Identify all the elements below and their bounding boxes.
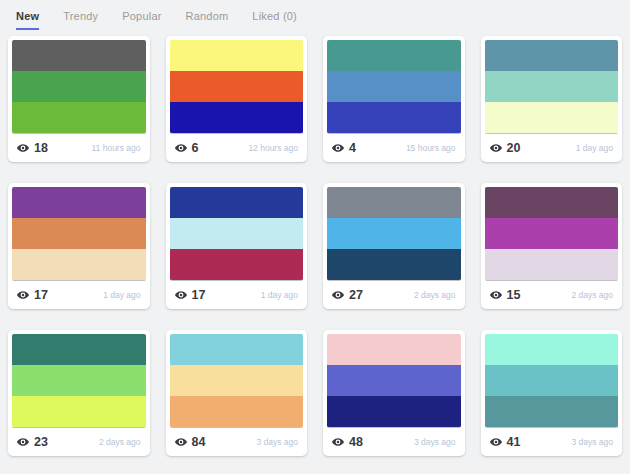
color-stripe[interactable] <box>170 102 304 133</box>
views-counter: 18 <box>16 141 48 155</box>
timestamp: 1 day ago <box>103 290 140 300</box>
color-stripe[interactable] <box>327 365 461 396</box>
color-stripe[interactable] <box>170 40 304 71</box>
views-counter: 84 <box>174 435 206 449</box>
eye-icon <box>331 288 345 302</box>
color-stripe[interactable] <box>12 334 146 365</box>
eye-icon <box>489 141 503 155</box>
color-stripe[interactable] <box>327 71 461 102</box>
color-stripe[interactable] <box>170 365 304 396</box>
nav-tab-trendy[interactable]: Trendy <box>63 10 98 30</box>
palette-card[interactable]: 17 1 day ago <box>8 183 150 309</box>
color-stripe[interactable] <box>170 187 304 218</box>
color-stripe[interactable] <box>12 71 146 102</box>
views-count: 18 <box>34 141 48 155</box>
views-counter: 17 <box>16 288 48 302</box>
color-stripe[interactable] <box>170 71 304 102</box>
card-footer: 17 1 day ago <box>8 281 150 309</box>
views-counter: 41 <box>489 435 521 449</box>
views-count: 4 <box>349 141 356 155</box>
palette-card[interactable]: 18 11 hours ago <box>8 36 150 162</box>
palette-card[interactable]: 4 15 hours ago <box>323 36 465 162</box>
color-stripe[interactable] <box>485 102 619 133</box>
color-stripe[interactable] <box>327 218 461 249</box>
palette-card[interactable]: 41 3 days ago <box>481 330 623 456</box>
eye-icon <box>331 435 345 449</box>
palette-card[interactable]: 6 12 hours ago <box>166 36 308 162</box>
timestamp: 2 days ago <box>571 290 613 300</box>
card-footer: 48 3 days ago <box>323 428 465 456</box>
color-stripe[interactable] <box>12 102 146 133</box>
card-footer: 15 2 days ago <box>481 281 623 309</box>
palette-swatches <box>485 334 619 428</box>
nav-tab-popular[interactable]: Popular <box>122 10 161 30</box>
color-stripe[interactable] <box>327 40 461 71</box>
palette-swatches <box>170 40 304 134</box>
views-count: 15 <box>507 288 521 302</box>
eye-icon <box>331 141 345 155</box>
nav-tab-new[interactable]: New <box>16 10 39 30</box>
color-stripe[interactable] <box>327 187 461 218</box>
color-stripe[interactable] <box>12 365 146 396</box>
card-footer: 23 2 days ago <box>8 428 150 456</box>
color-stripe[interactable] <box>170 218 304 249</box>
palette-swatches <box>327 40 461 134</box>
eye-icon <box>174 141 188 155</box>
color-stripe[interactable] <box>12 40 146 71</box>
color-stripe[interactable] <box>485 40 619 71</box>
palette-card[interactable]: 84 3 days ago <box>166 330 308 456</box>
color-stripe[interactable] <box>12 396 146 427</box>
timestamp: 3 days ago <box>414 437 456 447</box>
card-footer: 84 3 days ago <box>166 428 308 456</box>
color-stripe[interactable] <box>12 249 146 280</box>
eye-icon <box>174 288 188 302</box>
timestamp: 11 hours ago <box>92 143 141 153</box>
color-stripe[interactable] <box>327 249 461 280</box>
views-count: 27 <box>349 288 363 302</box>
views-count: 17 <box>192 288 206 302</box>
color-stripe[interactable] <box>12 218 146 249</box>
color-stripe[interactable] <box>170 334 304 365</box>
color-stripe[interactable] <box>327 334 461 365</box>
color-stripe[interactable] <box>327 396 461 427</box>
views-counter: 23 <box>16 435 48 449</box>
color-stripe[interactable] <box>170 396 304 427</box>
palette-swatches <box>327 334 461 428</box>
palette-swatches <box>170 334 304 428</box>
color-stripe[interactable] <box>485 334 619 365</box>
timestamp: 1 day ago <box>261 290 298 300</box>
views-counter: 17 <box>174 288 206 302</box>
card-footer: 17 1 day ago <box>166 281 308 309</box>
top-nav: NewTrendyPopularRandomLiked (0) <box>0 0 630 34</box>
eye-icon <box>16 288 30 302</box>
palette-card[interactable]: 15 2 days ago <box>481 183 623 309</box>
palette-swatches <box>485 40 619 134</box>
card-footer: 6 12 hours ago <box>166 134 308 162</box>
timestamp: 12 hours ago <box>248 143 298 153</box>
views-count: 84 <box>192 435 206 449</box>
color-stripe[interactable] <box>485 218 619 249</box>
eye-icon <box>16 141 30 155</box>
color-stripe[interactable] <box>327 102 461 133</box>
views-counter: 6 <box>174 141 199 155</box>
card-footer: 4 15 hours ago <box>323 134 465 162</box>
views-counter: 4 <box>331 141 356 155</box>
palette-card[interactable]: 17 1 day ago <box>166 183 308 309</box>
color-stripe[interactable] <box>485 71 619 102</box>
palette-card[interactable]: 48 3 days ago <box>323 330 465 456</box>
palette-card[interactable]: 20 1 day ago <box>481 36 623 162</box>
palette-card[interactable]: 27 2 days ago <box>323 183 465 309</box>
palette-card[interactable]: 23 2 days ago <box>8 330 150 456</box>
color-stripe[interactable] <box>485 249 619 280</box>
eye-icon <box>16 435 30 449</box>
color-stripe[interactable] <box>12 187 146 218</box>
color-stripe[interactable] <box>170 249 304 280</box>
palette-swatches <box>12 40 146 134</box>
color-stripe[interactable] <box>485 365 619 396</box>
nav-tab-random[interactable]: Random <box>186 10 229 30</box>
palette-swatches <box>12 187 146 281</box>
color-stripe[interactable] <box>485 187 619 218</box>
color-stripe[interactable] <box>485 396 619 427</box>
nav-tab-liked-0[interactable]: Liked (0) <box>252 10 297 30</box>
palette-swatches <box>485 187 619 281</box>
